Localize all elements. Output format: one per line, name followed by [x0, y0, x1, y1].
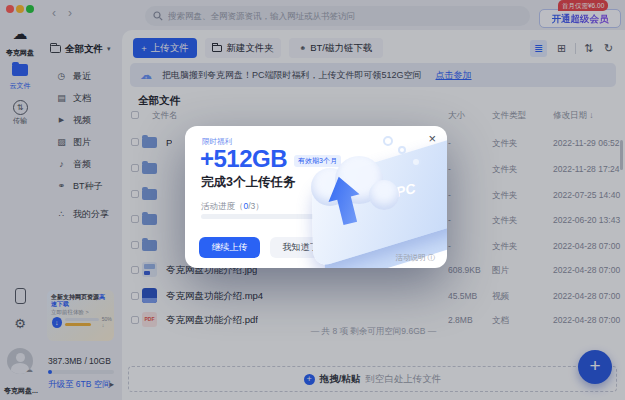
reward-modal: 限时福利 +512GB 有效期3个月 完成3个上传任务 活动进度（0/3） 继续…: [185, 126, 447, 268]
modal-subtitle: 完成3个上传任务: [201, 174, 295, 191]
modal-illustration: PC: [295, 126, 447, 268]
continue-upload-button[interactable]: 继续上传: [199, 237, 260, 258]
progress-label: 活动进度（: [201, 201, 244, 211]
quark-drive-window: ☁ 夸克网盘 云文件 ⇅ 传输 ⚙ ☁ 夸克网盘... ‹ › 全部文件 ▾ ◷…: [0, 0, 625, 400]
bubble-icon: [411, 157, 421, 167]
progress-total: /3）: [248, 201, 264, 211]
cloud-icon: [369, 180, 399, 210]
upload-arrow-icon: [325, 174, 365, 230]
bubble-icon: [383, 136, 393, 146]
activity-info-link[interactable]: 活动说明 ⓘ: [395, 253, 435, 263]
close-icon[interactable]: ×: [428, 132, 436, 146]
modal-headline: +512GB: [200, 145, 287, 173]
bubble-icon: [398, 146, 406, 154]
